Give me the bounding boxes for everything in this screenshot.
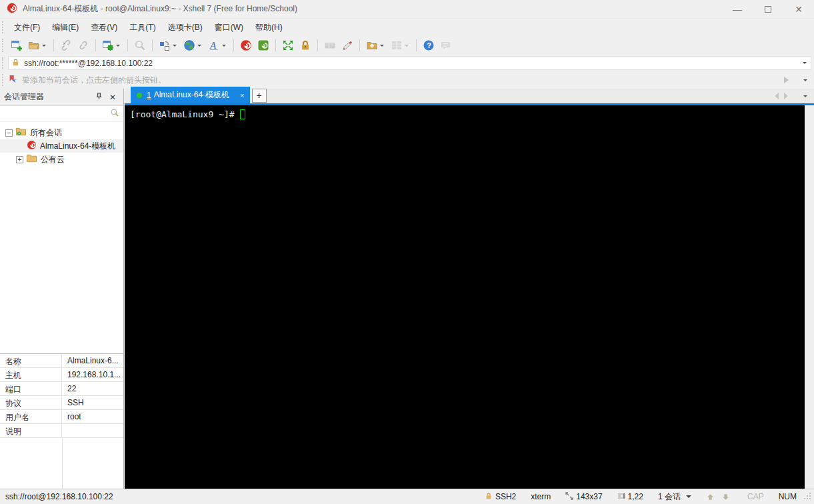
scroll-down-icon[interactable] bbox=[721, 493, 733, 501]
session-manager-title: 会话管理器 bbox=[4, 91, 92, 103]
new-folder-dropdown[interactable] bbox=[380, 45, 384, 49]
open-folder-icon bbox=[28, 39, 40, 51]
highlight-button[interactable] bbox=[339, 38, 355, 53]
reconnect-icon bbox=[77, 39, 89, 51]
menu-bar: 文件(F) 编辑(E) 查看(V) 工具(T) 选项卡(B) 窗口(W) 帮助(… bbox=[0, 19, 814, 36]
infobar-drag-handle[interactable] bbox=[2, 74, 5, 86]
tree-item-label: 所有会话 bbox=[30, 127, 62, 139]
tree-item-public-cloud[interactable]: + 公有云 bbox=[0, 153, 123, 166]
new-tab-button[interactable]: + bbox=[252, 89, 267, 103]
resize-grip[interactable] bbox=[803, 492, 811, 502]
new-folder-button[interactable] bbox=[364, 38, 387, 53]
maximize-icon[interactable] bbox=[753, 0, 783, 18]
encoding-button[interactable] bbox=[181, 38, 205, 53]
terminal-pane: 1 AlmaLinux-64-模板机 × + [root@AlmaLinux9 … bbox=[125, 89, 814, 489]
property-row-username: 用户名root bbox=[0, 410, 123, 424]
property-value[interactable] bbox=[62, 424, 123, 437]
infobar-dropdown[interactable] bbox=[803, 79, 807, 83]
chat-bubble-icon bbox=[440, 39, 452, 51]
font-dropdown[interactable] bbox=[222, 45, 226, 49]
property-label: 说明 bbox=[0, 424, 62, 437]
lock-screen-button[interactable] bbox=[297, 38, 313, 53]
address-history-dropdown[interactable] bbox=[803, 62, 807, 66]
svg-text:?: ? bbox=[427, 41, 431, 49]
xftp-button[interactable] bbox=[255, 38, 271, 53]
menu-view[interactable]: 查看(V) bbox=[85, 19, 123, 36]
toolbar-drag-handle[interactable] bbox=[2, 39, 5, 52]
property-value[interactable]: 192.168.10.1... bbox=[62, 368, 123, 381]
menu-file[interactable]: 文件(F) bbox=[8, 19, 46, 36]
property-value[interactable]: SSH bbox=[62, 396, 123, 409]
tree-item-all-sessions[interactable]: − 所有会话 bbox=[0, 126, 123, 139]
xshell-button[interactable] bbox=[238, 38, 254, 53]
address-input[interactable] bbox=[24, 59, 801, 68]
add-session-arrow-icon[interactable] bbox=[784, 77, 792, 83]
menu-tools[interactable]: 工具(T) bbox=[123, 19, 161, 36]
status-url: ssh://root@192.168.10.100:22 bbox=[5, 492, 470, 501]
menu-help[interactable]: 帮助(H) bbox=[249, 19, 289, 36]
property-label: 用户名 bbox=[0, 410, 62, 423]
scroll-up-icon[interactable] bbox=[706, 493, 717, 501]
menu-drag-handle[interactable] bbox=[2, 21, 5, 33]
terminal-scrollbar[interactable] bbox=[805, 105, 814, 489]
collapse-icon[interactable]: − bbox=[5, 129, 13, 137]
tab-list-dropdown[interactable] bbox=[803, 95, 807, 99]
property-row-host: 主机192.168.10.1... bbox=[0, 368, 123, 382]
tab-almalinux[interactable]: 1 AlmaLinux-64-模板机 × bbox=[131, 87, 250, 103]
menu-tab[interactable]: 选项卡(B) bbox=[162, 19, 209, 36]
folder-gear-icon bbox=[15, 127, 27, 139]
address-drag-handle[interactable] bbox=[2, 57, 5, 69]
panel-close-icon[interactable]: ✕ bbox=[106, 93, 119, 102]
xftp-icon bbox=[257, 39, 269, 51]
virtual-keyboard-button bbox=[322, 38, 338, 53]
open-session-dropdown[interactable] bbox=[42, 45, 46, 49]
pin-icon[interactable] bbox=[92, 93, 106, 102]
property-value[interactable]: AlmaLinux-6... bbox=[62, 354, 123, 367]
tree-item-almalinux-session[interactable]: AlmaLinux-64-模板机 bbox=[0, 139, 123, 153]
search-icon[interactable] bbox=[110, 108, 119, 119]
status-num-lock: NUM bbox=[779, 492, 797, 501]
new-session-button[interactable] bbox=[9, 38, 25, 53]
font-button[interactable]: A bbox=[206, 38, 229, 53]
session-properties-button[interactable] bbox=[100, 38, 123, 53]
close-icon[interactable]: ✕ bbox=[783, 0, 814, 18]
property-row-description: 说明 bbox=[0, 424, 123, 438]
session-xshell-icon bbox=[27, 140, 37, 152]
menu-edit[interactable]: 编辑(E) bbox=[46, 19, 85, 36]
arrange-layout-dropdown[interactable] bbox=[173, 45, 177, 49]
session-properties-grid: 名称AlmaLinux-6... 主机192.168.10.1... 端口22 … bbox=[0, 353, 123, 489]
property-value[interactable]: root bbox=[62, 410, 123, 423]
session-properties-dropdown[interactable] bbox=[116, 45, 120, 49]
minimize-icon[interactable]: — bbox=[722, 0, 753, 18]
session-search-input[interactable] bbox=[0, 108, 110, 120]
connected-dot-icon bbox=[137, 93, 142, 98]
arrange-layout-button[interactable] bbox=[157, 38, 180, 53]
status-terminal-type[interactable]: xterm bbox=[531, 492, 551, 501]
window-title: AlmaLinux-64-模板机 - root@AlmaLinux9:~ - X… bbox=[23, 3, 722, 15]
menu-window[interactable]: 窗口(W) bbox=[209, 19, 249, 36]
property-value[interactable]: 22 bbox=[62, 382, 123, 395]
fullscreen-button[interactable] bbox=[280, 38, 296, 53]
tab-close-icon[interactable]: × bbox=[240, 91, 244, 99]
tile-grid-icon bbox=[391, 39, 403, 51]
arrange-layout-icon bbox=[159, 39, 171, 51]
encoding-dropdown[interactable] bbox=[197, 45, 201, 49]
session-manager-panel: 会话管理器 ✕ − 所有会话 AlmaLinux-64-模板机 + 公有云 bbox=[0, 89, 124, 489]
property-label: 协议 bbox=[0, 396, 62, 409]
property-row-port: 端口22 bbox=[0, 382, 123, 396]
cursor-position-icon bbox=[617, 492, 628, 502]
expand-icon[interactable]: + bbox=[16, 156, 23, 163]
status-session-count[interactable]: 1 会话 bbox=[658, 491, 691, 503]
xshell-logo-icon bbox=[7, 3, 17, 15]
help-button[interactable]: ? bbox=[421, 38, 437, 53]
tree-item-label: 公有云 bbox=[41, 154, 65, 165]
session-properties-icon bbox=[102, 39, 114, 51]
folder-icon bbox=[26, 153, 37, 165]
session-tree: − 所有会话 AlmaLinux-64-模板机 + 公有云 bbox=[0, 122, 123, 166]
disconnect-icon bbox=[60, 39, 72, 51]
svg-text:A: A bbox=[209, 40, 217, 51]
session-manager-header: 会话管理器 ✕ bbox=[0, 89, 123, 106]
open-session-button[interactable] bbox=[26, 38, 49, 53]
terminal-screen[interactable]: [root@AlmaLinux9 ~]# bbox=[125, 105, 805, 489]
address-bar-row bbox=[0, 55, 814, 71]
